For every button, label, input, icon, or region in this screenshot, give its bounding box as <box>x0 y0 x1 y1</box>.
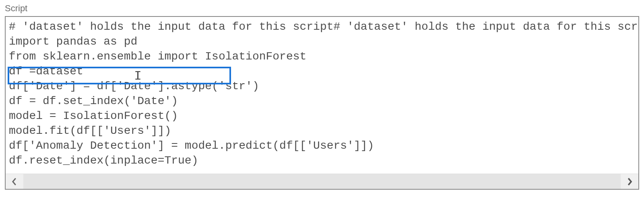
horizontal-scrollbar[interactable] <box>6 174 638 189</box>
code-line: df =dataset <box>9 64 635 79</box>
code-line: model.fit(df[['Users']]) <box>9 123 635 138</box>
code-line: df = df.set_index('Date') <box>9 94 635 109</box>
code-line: # 'dataset' holds the input data for thi… <box>9 19 635 34</box>
scroll-right-button[interactable] <box>621 174 638 189</box>
code-line: df['Anomaly Detection'] = model.predict(… <box>9 138 635 153</box>
code-line: import pandas as pd <box>9 34 635 49</box>
code-line: df.reset_index(inplace=True) <box>9 153 635 168</box>
code-line: model = IsolationForest() <box>9 109 635 123</box>
scroll-left-button[interactable] <box>6 174 23 189</box>
scroll-track[interactable] <box>23 174 621 189</box>
code-line: df['Date'] = df['Date'].astype('str') <box>9 79 635 94</box>
script-editor-container: # 'dataset' holds the input data for thi… <box>5 16 639 190</box>
code-line: from sklearn.ensemble import IsolationFo… <box>9 49 635 64</box>
script-editor[interactable]: # 'dataset' holds the input data for thi… <box>6 17 638 174</box>
chevron-right-icon <box>626 177 633 186</box>
chevron-left-icon <box>11 177 18 186</box>
section-label: Script <box>5 3 639 14</box>
